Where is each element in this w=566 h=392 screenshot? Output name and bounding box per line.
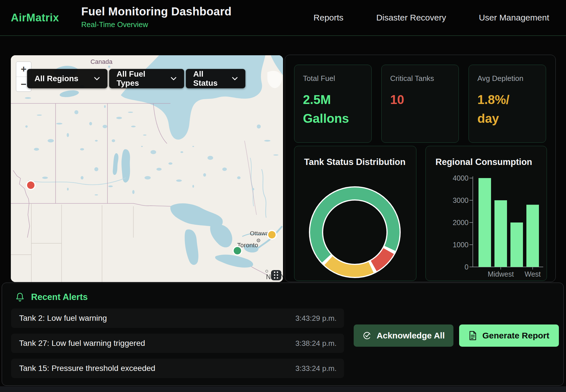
acknowledge-all-button[interactable]: Acknowledge All xyxy=(354,324,453,347)
region-filter-dropdown[interactable]: All Regions xyxy=(27,69,107,88)
nav-item-user-management[interactable]: User Management xyxy=(479,13,549,23)
stat-label: Total Fuel xyxy=(303,74,363,83)
y-tick-label: 0 xyxy=(465,263,469,271)
alert-row: Tank 27: Low fuel warning triggered 3:38… xyxy=(11,334,344,353)
stat-label: Avg Depletion xyxy=(477,74,537,83)
bar-west xyxy=(526,205,539,267)
status-filter-dropdown[interactable]: All Status xyxy=(186,69,245,88)
status-filter-value: All Status xyxy=(193,70,224,88)
alerts-heading-text: Recent Alerts xyxy=(31,292,88,302)
brand-logo: AirMatrix xyxy=(11,0,59,35)
alert-text: Tank 2: Low fuel warning xyxy=(19,314,107,323)
stat-card-avg-depletion: Avg Depletion 1.8%/ day xyxy=(469,65,546,143)
alert-text: Tank 27: Low fuel warning triggered xyxy=(19,339,145,348)
y-tick-label: 3000 xyxy=(453,196,469,204)
basemap-graphic: Canada Ottawa Toronto New York xyxy=(11,55,283,282)
x-tick-label: West xyxy=(525,270,541,278)
nav-item-reports[interactable]: Reports xyxy=(313,13,343,23)
x-tick-label: Midwest xyxy=(488,270,514,278)
region-filter-value: All Regions xyxy=(34,74,78,83)
footer-strip xyxy=(0,386,566,392)
fuel-type-filter-value: All Fuel Types xyxy=(117,70,163,88)
chart-title: Regional Consumption xyxy=(435,157,532,167)
stat-card-critical-tanks: Critical Tanks 10 xyxy=(381,65,459,143)
bar-south xyxy=(510,222,523,267)
map-marker-warning xyxy=(268,230,276,239)
nav-item-disaster-recovery[interactable]: Disaster Recovery xyxy=(376,13,446,23)
map-resize-handle[interactable] xyxy=(271,270,281,280)
y-tick-label: 1000 xyxy=(453,241,469,249)
recent-alerts-section: Recent Alerts Tank 2: Low fuel warning 3… xyxy=(2,283,564,386)
acknowledge-all-label: Acknowledge All xyxy=(377,331,445,340)
generate-report-button[interactable]: Generate Report xyxy=(459,324,559,347)
alert-row: Tank 2: Low fuel warning 3:43:29 p.m. xyxy=(11,309,344,328)
chevron-down-icon xyxy=(232,77,238,81)
bar-midwest xyxy=(494,200,507,267)
y-tick-label: 2000 xyxy=(453,219,469,226)
alerts-heading: Recent Alerts xyxy=(15,292,88,302)
tank-status-chart-card: Tank Status Distribution xyxy=(294,146,416,281)
map-marker-normal xyxy=(233,246,242,255)
donut-segment-warning xyxy=(329,261,371,271)
alert-text: Tank 15: Pressure threshold exceeded xyxy=(19,364,155,373)
check-circle-icon xyxy=(363,331,372,340)
chevron-down-icon xyxy=(170,77,177,81)
bar-northeast xyxy=(479,178,491,267)
page-subtitle: Real-Time Overview xyxy=(81,20,231,29)
generate-report-label: Generate Report xyxy=(482,331,549,340)
bell-icon xyxy=(15,292,25,302)
document-icon xyxy=(469,331,477,340)
map-marker-critical xyxy=(27,181,35,189)
app-header: AirMatrix Fuel Monitoring Dashboard Real… xyxy=(0,0,566,36)
y-tick-label: 4000 xyxy=(453,174,469,182)
page-title: Fuel Monitoring Dashboard xyxy=(81,5,231,18)
alert-timestamp: 3:43:29 p.m. xyxy=(295,314,337,323)
alert-row: Tank 15: Pressure threshold exceeded 3:3… xyxy=(11,359,344,378)
stat-label: Critical Tanks xyxy=(390,74,450,83)
map-filters: All Regions All Fuel Types All Status xyxy=(27,69,245,88)
regional-consumption-chart-card: 01000200030004000MidwestWest Regional Co… xyxy=(425,146,547,281)
main-nav: Reports Disaster Recovery User Managemen… xyxy=(313,0,549,35)
map-canvas[interactable]: Canada Ottawa Toronto New York + − All R… xyxy=(11,55,283,282)
dashboard-panel: Total Fuel 2.5M Gallons Critical Tanks 1… xyxy=(285,55,556,282)
alert-timestamp: 3:33:24 p.m. xyxy=(295,364,337,373)
chart-title: Tank Status Distribution xyxy=(304,157,406,167)
stat-card-total-fuel: Total Fuel 2.5M Gallons xyxy=(294,65,372,143)
donut-segment-critical xyxy=(374,251,388,266)
chevron-down-icon xyxy=(94,77,100,81)
map-label-canada: Canada xyxy=(90,58,113,65)
stat-value-critical-tanks: 10 xyxy=(390,90,434,109)
title-block: Fuel Monitoring Dashboard Real-Time Over… xyxy=(81,5,231,29)
stat-value-avg-depletion: 1.8%/ day xyxy=(477,90,522,128)
alert-timestamp: 3:38:24 p.m. xyxy=(295,339,337,348)
map-label-ottawa: Ottawa xyxy=(250,230,269,236)
fuel-type-filter-dropdown[interactable]: All Fuel Types xyxy=(109,69,184,88)
stat-value-total-fuel: 2.5M Gallons xyxy=(303,90,347,128)
